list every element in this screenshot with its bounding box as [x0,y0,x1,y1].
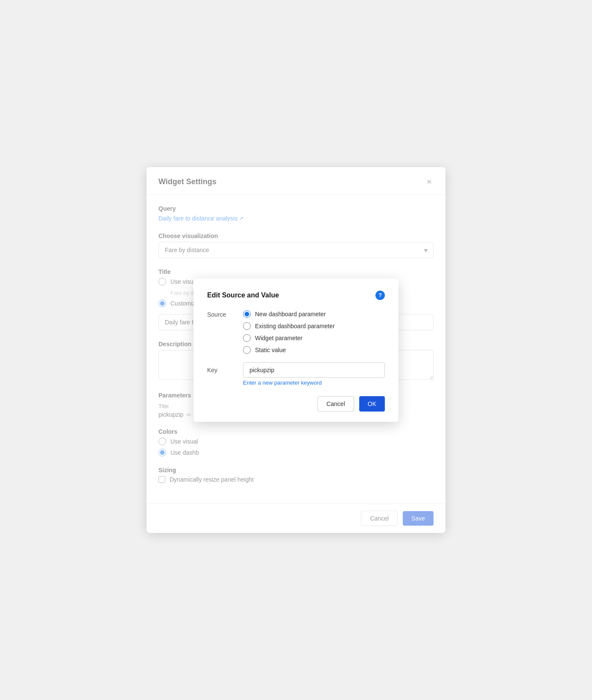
source-widget-parameter-label: Widget parameter [255,335,302,341]
source-existing-dashboard-radio[interactable] [243,322,251,330]
source-row: Source New dashboard parameter Existing … [207,310,385,354]
source-new-dashboard-radio[interactable] [243,310,251,318]
inner-dialog-header: Edit Source and Value ? [207,291,385,300]
source-existing-dashboard-item[interactable]: Existing dashboard parameter [243,322,335,330]
inner-cancel-button[interactable]: Cancel [317,396,354,412]
key-input[interactable] [243,362,385,378]
key-label: Key [207,362,233,374]
widget-settings-modal: Widget Settings × Query Daily fare to di… [147,167,445,533]
help-icon[interactable]: ? [375,291,385,300]
source-new-dashboard-label: New dashboard parameter [255,311,326,318]
source-new-dashboard-item[interactable]: New dashboard parameter [243,310,335,318]
inner-dialog-title: Edit Source and Value [207,291,279,299]
source-widget-parameter-item[interactable]: Widget parameter [243,334,335,342]
source-widget-parameter-radio[interactable] [243,334,251,342]
source-static-value-item[interactable]: Static value [243,346,335,354]
inner-dialog-footer: Cancel OK [207,396,385,412]
source-static-value-label: Static value [255,347,286,353]
inner-ok-button[interactable]: OK [359,396,385,412]
edit-source-dialog: Edit Source and Value ? Source New dashb… [193,279,399,422]
key-row: Key Enter a new parameter keyword [207,362,385,386]
source-radio-group: New dashboard parameter Existing dashboa… [243,310,335,354]
source-static-value-radio[interactable] [243,346,251,354]
source-existing-dashboard-label: Existing dashboard parameter [255,323,335,329]
key-hint: Enter a new parameter keyword [243,379,385,386]
source-label: Source [207,310,233,318]
overlay: Edit Source and Value ? Source New dashb… [147,167,445,533]
key-field-wrap: Enter a new parameter keyword [243,362,385,386]
